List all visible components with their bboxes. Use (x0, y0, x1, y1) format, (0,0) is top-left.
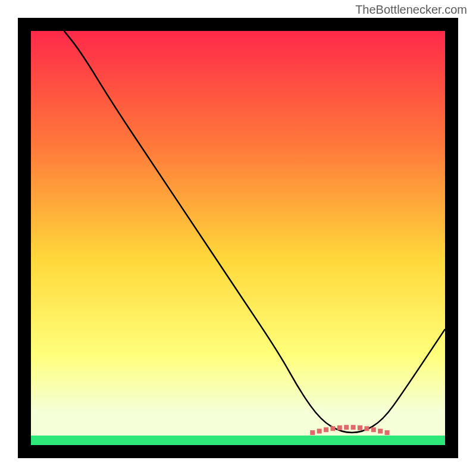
valley-dot (330, 426, 335, 431)
valley-dot (351, 425, 356, 430)
valley-dot (337, 425, 342, 430)
chart-background (31, 31, 445, 445)
valley-dot (385, 430, 390, 435)
valley-dot (358, 425, 362, 430)
valley-dot (364, 426, 369, 431)
chart-area (18, 18, 458, 458)
watermark-text: TheBottlenecker.com (355, 3, 467, 17)
valley-dot (378, 429, 383, 434)
green-band (31, 436, 445, 445)
valley-dot (324, 427, 328, 432)
valley-dot (317, 429, 322, 434)
chart-svg (18, 18, 458, 458)
valley-dot (344, 425, 349, 430)
valley-dot (310, 430, 315, 435)
valley-dot (371, 427, 376, 432)
